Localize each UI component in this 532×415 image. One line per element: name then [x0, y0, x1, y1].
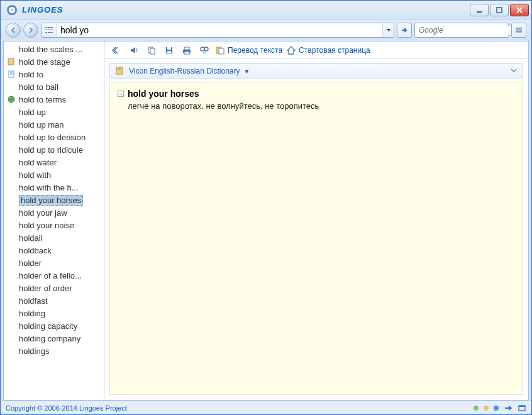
wordlist-item[interactable]: holding capacity: [4, 319, 104, 332]
blank-icon: [6, 208, 16, 218]
search-mode-icon[interactable]: [42, 23, 57, 37]
web-search-box: [414, 23, 509, 38]
wordlist-item[interactable]: hold your horses: [4, 194, 104, 206]
close-button[interactable]: [510, 4, 529, 16]
forward-button[interactable]: [23, 23, 38, 38]
svg-point-2: [11, 9, 13, 11]
svg-rect-5: [45, 27, 47, 28]
main-menu-button[interactable]: [511, 23, 526, 38]
wordlist-item[interactable]: holdfast: [4, 294, 104, 307]
blank-icon: [6, 283, 16, 293]
wordlist-item[interactable]: hold up to ridicule: [4, 143, 104, 156]
blank-icon: [6, 333, 16, 343]
svg-rect-32: [519, 406, 525, 407]
translate-text-link[interactable]: Перевод текста: [215, 45, 282, 55]
collapse-sidebar-button[interactable]: [109, 43, 123, 57]
svg-rect-12: [516, 28, 522, 29]
wordlist-item-label: holding: [19, 309, 45, 318]
save-button[interactable]: [162, 43, 176, 57]
wordlist-item[interactable]: holdback: [4, 244, 104, 257]
wordlist-item-label: holdback: [19, 246, 52, 255]
status-dot-blue[interactable]: [494, 406, 499, 411]
home-link[interactable]: Стартовая страница: [286, 45, 370, 55]
wordlist-item[interactable]: hold the scales ...: [4, 43, 104, 55]
search-input[interactable]: [57, 23, 382, 37]
chevron-down-icon: ▼: [244, 68, 250, 75]
wordlist-item[interactable]: hold up: [4, 106, 104, 118]
titlebar: LINGOES: [1, 1, 531, 19]
find-button[interactable]: [197, 43, 211, 57]
translate-icon: [215, 45, 225, 55]
wordlist-item[interactable]: hold up to derision: [4, 131, 104, 143]
blank-icon: [6, 346, 16, 356]
wordlist-item[interactable]: hold up man: [4, 118, 104, 131]
blank-icon: [6, 245, 16, 255]
wordlist-item-label: hold to bail: [19, 82, 58, 92]
home-label: Стартовая страница: [299, 46, 370, 55]
wordlist-item[interactable]: hold with: [4, 169, 104, 181]
svg-rect-25: [184, 52, 189, 54]
wordlist-item[interactable]: holder of a fello...: [4, 269, 104, 282]
dictionary-name: Vicon English-Russian Dictionary: [129, 67, 240, 75]
blank-icon: [6, 220, 16, 230]
wordlist-item-label: hold your jaw: [19, 208, 67, 218]
print-button[interactable]: [180, 43, 194, 57]
svg-rect-19: [150, 48, 155, 54]
blank-icon: [6, 82, 16, 92]
wordlist-item[interactable]: hold to terms: [4, 93, 104, 106]
wordlist-item-label: hold up to ridicule: [19, 145, 83, 155]
search-go-button[interactable]: [397, 23, 412, 38]
wordlist-item-label: hold to terms: [19, 95, 66, 104]
wordlist-item[interactable]: holder of order: [4, 282, 104, 294]
status-dot-yellow[interactable]: [484, 406, 489, 411]
book-icon: [115, 65, 125, 77]
wordlist-item[interactable]: hold to: [4, 68, 104, 80]
minimize-button[interactable]: [470, 4, 489, 16]
blank-icon: [6, 321, 16, 331]
svg-rect-3: [477, 11, 482, 13]
wordlist-item[interactable]: holder: [4, 257, 104, 269]
copy-button[interactable]: [145, 43, 158, 57]
web-search-input[interactable]: [419, 26, 514, 35]
status-icons: [474, 404, 526, 412]
wordlist-item-label: hold your noise: [19, 221, 74, 230]
search-dropdown[interactable]: [382, 23, 394, 37]
wordlist-item[interactable]: hold water: [4, 156, 104, 169]
expand-icon[interactable]: [510, 67, 518, 76]
wordlist-item[interactable]: holdings: [4, 345, 104, 357]
wordlist-item[interactable]: hold to bail: [4, 80, 104, 93]
svg-rect-7: [45, 32, 47, 33]
copyright-link[interactable]: Copyright © 2006-2014 Lingoes Project: [6, 404, 474, 412]
wordlist[interactable]: hold the scales ...hold the stagehold to…: [4, 42, 104, 400]
wordlist-item[interactable]: hold the stage: [4, 55, 104, 68]
svg-point-27: [204, 47, 208, 51]
wordlist-item-label: hold the stage: [19, 57, 70, 67]
wordlist-item[interactable]: hold your jaw: [4, 206, 104, 219]
svg-point-26: [201, 47, 204, 51]
mini-window-icon[interactable]: [518, 404, 526, 412]
globe-icon: [6, 94, 16, 104]
content-area: hold the scales ...hold the stagehold to…: [3, 41, 529, 401]
main-panel: Перевод текста Стартовая страница Vicon …: [104, 42, 528, 400]
entry-term: hold your horses: [128, 89, 199, 99]
blank-icon: [6, 132, 16, 142]
wordlist-item-label: holder of order: [19, 284, 72, 293]
back-button[interactable]: [6, 23, 21, 38]
status-dot-green[interactable]: [474, 406, 479, 411]
dictionary-header[interactable]: Vicon English-Russian Dictionary ▼: [109, 63, 523, 79]
maximize-button[interactable]: [490, 4, 509, 16]
speak-button[interactable]: [127, 43, 141, 57]
wordlist-item[interactable]: holdall: [4, 231, 104, 244]
app-title: LINGOES: [22, 5, 470, 14]
pin-icon[interactable]: [504, 404, 513, 412]
wordlist-item[interactable]: holding company: [4, 332, 104, 345]
wordlist-item-label: hold water: [19, 158, 57, 167]
collapse-entry-button[interactable]: –: [118, 91, 124, 97]
wordlist-item[interactable]: holding: [4, 307, 104, 319]
entry-definition: легче на поворотах, не волнуйтесь, не то…: [118, 101, 515, 111]
content-toolbar: Перевод текста Стартовая страница: [104, 42, 528, 59]
wordlist-item-label: holdfast: [19, 296, 48, 306]
wordlist-item[interactable]: hold your noise: [4, 219, 104, 231]
wordlist-item-label: hold with: [19, 170, 51, 180]
wordlist-item[interactable]: hold with the h...: [4, 181, 104, 194]
